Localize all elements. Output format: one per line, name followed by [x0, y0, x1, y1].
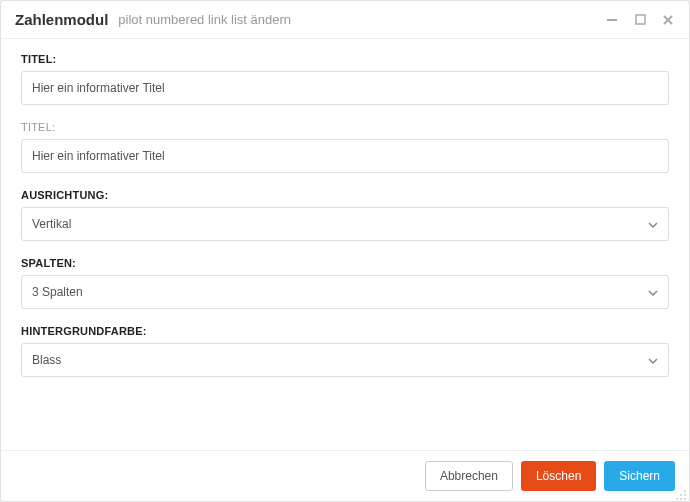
minimize-icon	[606, 14, 618, 26]
title-input-1[interactable]	[21, 71, 669, 105]
modal-subtitle: pilot numbered link list ändern	[118, 12, 291, 27]
cancel-button[interactable]: Abbrechen	[425, 461, 513, 491]
svg-point-3	[680, 494, 682, 496]
field-label: SPALTEN:	[21, 257, 669, 269]
field-background: HINTERGRUNDFARBE: Blass	[21, 325, 669, 377]
resize-handle[interactable]	[675, 487, 687, 499]
field-label: AUSRICHTUNG:	[21, 189, 669, 201]
maximize-icon	[635, 14, 646, 25]
columns-select[interactable]: 3 Spalten	[21, 275, 669, 309]
modal-body: TITEL: TITEL: AUSRICHTUNG: Vertikal SPAL…	[1, 39, 689, 450]
svg-point-2	[684, 490, 686, 492]
field-orientation: AUSRICHTUNG: Vertikal	[21, 189, 669, 241]
modal-footer: Abbrechen Löschen Sichern	[1, 450, 689, 501]
field-columns: SPALTEN: 3 Spalten	[21, 257, 669, 309]
save-button[interactable]: Sichern	[604, 461, 675, 491]
caret-down-icon	[648, 285, 658, 299]
field-label-secondary: TITEL:	[21, 121, 669, 133]
svg-rect-1	[636, 15, 645, 24]
title-input-2[interactable]	[21, 139, 669, 173]
modal-title: Zahlenmodul	[15, 11, 108, 28]
close-icon	[662, 14, 674, 26]
modal-dialog: Zahlenmodul pilot numbered link list änd…	[0, 0, 690, 502]
select-value: Vertikal	[32, 217, 71, 231]
delete-button[interactable]: Löschen	[521, 461, 596, 491]
field-title-1: TITEL:	[21, 53, 669, 105]
svg-point-6	[680, 498, 682, 500]
svg-point-5	[676, 498, 678, 500]
field-title-2: TITEL:	[21, 121, 669, 173]
svg-point-7	[684, 498, 686, 500]
caret-down-icon	[648, 217, 658, 231]
svg-point-4	[684, 494, 686, 496]
resize-icon	[675, 489, 687, 501]
svg-rect-0	[607, 19, 617, 21]
maximize-button[interactable]	[633, 13, 647, 27]
minimize-button[interactable]	[605, 13, 619, 27]
field-label: TITEL:	[21, 53, 669, 65]
select-value: Blass	[32, 353, 61, 367]
select-value: 3 Spalten	[32, 285, 83, 299]
caret-down-icon	[648, 353, 658, 367]
background-select[interactable]: Blass	[21, 343, 669, 377]
close-button[interactable]	[661, 13, 675, 27]
modal-header: Zahlenmodul pilot numbered link list änd…	[1, 1, 689, 39]
orientation-select[interactable]: Vertikal	[21, 207, 669, 241]
field-label: HINTERGRUNDFARBE:	[21, 325, 669, 337]
window-controls	[605, 13, 675, 27]
